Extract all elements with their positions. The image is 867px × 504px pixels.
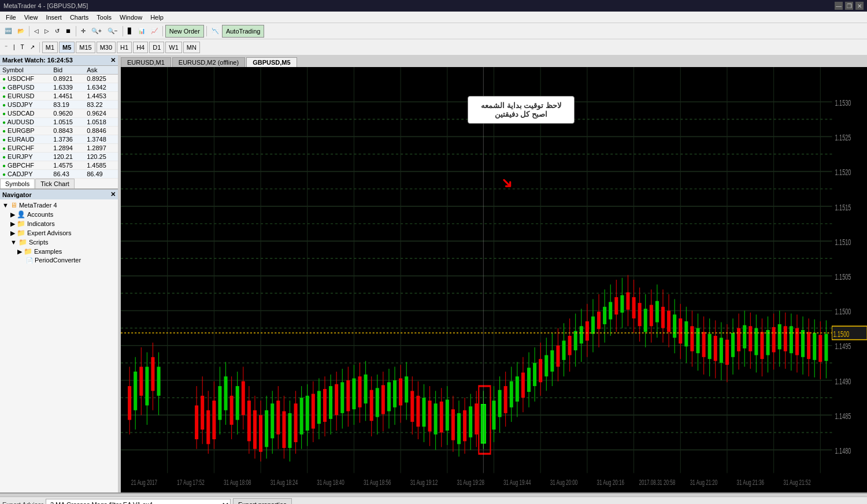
svg-rect-229 bbox=[644, 309, 647, 332]
market-watch-row[interactable]: ● USDCHF 0.8921 0.8925 bbox=[0, 75, 118, 83]
svg-rect-181 bbox=[504, 386, 507, 413]
market-watch-row[interactable]: ● EURGBP 0.8843 0.8846 bbox=[0, 127, 118, 135]
pc-label: PeriodConverter bbox=[35, 257, 81, 264]
svg-text:31 Aug 18:56: 31 Aug 18:56 bbox=[364, 478, 391, 487]
nav-item-indicators[interactable]: ▶ 📁 Indicators bbox=[1, 219, 117, 228]
svg-rect-253 bbox=[714, 336, 717, 361]
svg-rect-271 bbox=[766, 330, 770, 355]
toolbar-back[interactable]: ◁ bbox=[32, 25, 41, 38]
menu-help[interactable]: Help bbox=[147, 13, 167, 22]
nav-item-scripts[interactable]: ▼ 📁 Scripts bbox=[1, 238, 117, 247]
symbol-cell: ● AUDUSD bbox=[0, 118, 51, 127]
toolbar-arrow[interactable]: ↗ bbox=[28, 41, 37, 54]
toolbar-refresh[interactable]: ↺ bbox=[53, 25, 62, 38]
market-watch-row[interactable]: ● EURJPY 120.21 120.25 bbox=[0, 153, 118, 161]
toolbar-chart-line[interactable]: 📈 bbox=[149, 25, 160, 38]
market-watch-tabs: Symbols Tick Chart bbox=[0, 179, 118, 189]
navigator-tree: ▼ 🖥 MetaTrader 4 ▶ 👤 Accounts ▶ 📁 Indica… bbox=[0, 199, 118, 265]
expand-icon-accounts: ▶ bbox=[10, 211, 15, 218]
toolbar-fwd[interactable]: ▷ bbox=[42, 25, 51, 38]
menu-window[interactable]: Window bbox=[116, 13, 146, 22]
toolbar-zoom-in[interactable]: 🔍+ bbox=[89, 25, 104, 38]
chart-area: EURUSD,M1 EURUSD,M2 (offline) GBPUSD,M5 … bbox=[121, 55, 867, 492]
market-watch-row[interactable]: ● AUDUSD 1.0515 1.0518 bbox=[0, 118, 118, 127]
nav-item-examples[interactable]: ▶ 📁 Examples bbox=[1, 247, 117, 256]
market-watch-row[interactable]: ● GBPCHF 1.4575 1.4585 bbox=[0, 161, 118, 170]
svg-rect-146 bbox=[399, 379, 402, 406]
minimize-button[interactable]: — bbox=[835, 2, 843, 10]
toolbar-hline[interactable]: | bbox=[11, 41, 17, 54]
maximize-button[interactable]: ❐ bbox=[845, 2, 853, 10]
svg-text:1.1515: 1.1515 bbox=[835, 202, 851, 212]
toolbar-linedraw[interactable]: ⁻ bbox=[2, 41, 10, 54]
svg-rect-209 bbox=[586, 321, 589, 340]
navigator-close-icon[interactable]: ✕ bbox=[110, 191, 116, 198]
toolbar-text[interactable]: T bbox=[18, 41, 27, 54]
chart-tab-gbpusd-m5[interactable]: GBPUSD,M5 bbox=[246, 57, 297, 67]
chart-canvas[interactable]: GBPUSD,M5 1.1907 1.1908 1.1907 1.1908 bbox=[121, 67, 867, 492]
bid-cell: 1.0515 bbox=[51, 118, 84, 127]
toolbar-new[interactable]: 🆕 bbox=[2, 25, 14, 38]
scripts-label: Scripts bbox=[29, 239, 49, 246]
svg-text:1.1495: 1.1495 bbox=[835, 342, 851, 351]
menu-charts[interactable]: Charts bbox=[66, 13, 92, 22]
nav-item-accounts[interactable]: ▶ 👤 Accounts bbox=[1, 210, 117, 219]
titlebar: MetaTrader 4 - [GBPUSD,M5] — ❐ ✕ bbox=[0, 0, 867, 12]
menu-view[interactable]: View bbox=[21, 13, 42, 22]
market-watch-row[interactable]: ● EURAUD 1.3736 1.3748 bbox=[0, 135, 118, 144]
close-button[interactable]: ✕ bbox=[855, 2, 864, 10]
period-mn[interactable]: MN bbox=[183, 42, 200, 53]
mw-close-icon[interactable]: ✕ bbox=[110, 57, 116, 64]
menu-file[interactable]: File bbox=[2, 13, 20, 22]
period-m5[interactable]: M5 bbox=[59, 42, 75, 53]
toolbar-indicator[interactable]: 📉 bbox=[209, 25, 221, 38]
toolbar-chart-bar[interactable]: ▊ bbox=[125, 25, 135, 38]
market-watch-row[interactable]: ● GBPUSD 1.6339 1.6342 bbox=[0, 83, 118, 92]
menu-insert[interactable]: Insert bbox=[42, 13, 65, 22]
toolbar-open[interactable]: 📂 bbox=[15, 25, 27, 38]
svg-text:31 Aug 19:28: 31 Aug 19:28 bbox=[457, 478, 484, 487]
toolbar-stop[interactable]: ⏹ bbox=[63, 25, 73, 38]
period-h1[interactable]: H1 bbox=[117, 42, 132, 53]
toolbar-crosshair[interactable]: ✛ bbox=[79, 25, 88, 38]
period-m30[interactable]: M30 bbox=[97, 42, 116, 53]
period-d1[interactable]: D1 bbox=[149, 42, 164, 53]
svg-rect-223 bbox=[626, 292, 629, 310]
chart-tab-eurusd-m1[interactable]: EURUSD,M1 bbox=[121, 57, 171, 67]
period-m1[interactable]: M1 bbox=[42, 42, 58, 53]
market-watch-row[interactable]: ● EURCHF 1.2894 1.2897 bbox=[0, 144, 118, 153]
svg-rect-205 bbox=[574, 331, 577, 350]
svg-rect-170 bbox=[469, 406, 472, 438]
accounts-label: Accounts bbox=[27, 211, 53, 218]
toolbar-zoom-out[interactable]: 🔍− bbox=[105, 25, 120, 38]
toolbar-chart-candle[interactable]: 📊 bbox=[136, 25, 147, 38]
sep1 bbox=[29, 26, 29, 36]
symbol-cell: ● EURCHF bbox=[0, 144, 51, 153]
svg-rect-191 bbox=[533, 363, 536, 386]
tab-tick-chart[interactable]: Tick Chart bbox=[35, 179, 75, 188]
nav-item-expert-advisors[interactable]: ▶ 📁 Expert Advisors bbox=[1, 228, 117, 238]
period-w1[interactable]: W1 bbox=[165, 42, 182, 53]
nav-item-mt4[interactable]: ▼ 🖥 MetaTrader 4 bbox=[1, 201, 117, 210]
svg-text:31 Aug 19:12: 31 Aug 19:12 bbox=[410, 478, 438, 487]
ea-dropdown[interactable]: 2 MA Crosses Mega filter EA V1.ex4 bbox=[46, 499, 231, 505]
chart-tab-eurusd-m2[interactable]: EURUSD,M2 (offline) bbox=[172, 57, 245, 67]
market-watch-row[interactable]: ● USDJPY 83.19 83.22 bbox=[0, 101, 118, 109]
period-h4[interactable]: H4 bbox=[133, 42, 148, 53]
market-watch-row[interactable]: ● CADJPY 86.43 86.49 bbox=[0, 170, 118, 179]
ask-cell: 1.0518 bbox=[84, 118, 118, 127]
strategy-toolbar: Expert Advisor 2 MA Crosses Mega filter … bbox=[0, 497, 867, 504]
symbol-cell: ● CADJPY bbox=[0, 170, 51, 179]
market-watch-row[interactable]: ● EURUSD 1.4451 1.4453 bbox=[0, 92, 118, 101]
svg-rect-102 bbox=[271, 403, 274, 438]
autotrading-button[interactable]: AutoTrading bbox=[222, 25, 265, 38]
nav-item-period-converter[interactable]: 📄 PeriodConverter bbox=[1, 256, 117, 264]
market-watch-row[interactable]: ● USDCAD 0.9620 0.9624 bbox=[0, 109, 118, 118]
symbol-cell: ● USDCHF bbox=[0, 75, 51, 83]
period-m15[interactable]: M15 bbox=[76, 42, 95, 53]
menu-tools[interactable]: Tools bbox=[93, 13, 115, 22]
tab-symbols[interactable]: Symbols bbox=[0, 179, 35, 188]
new-order-button[interactable]: New Order bbox=[165, 25, 204, 38]
title-text: MetaTrader 4 - [GBPUSD,M5] bbox=[3, 2, 88, 9]
expert-properties-button[interactable]: Expert properties bbox=[233, 498, 292, 505]
